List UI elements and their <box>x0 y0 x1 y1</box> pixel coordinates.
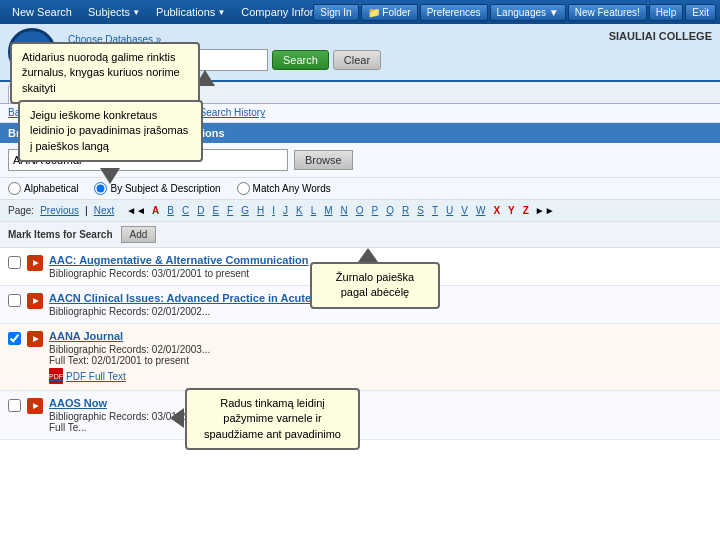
alpha-S[interactable]: S <box>415 204 426 217</box>
match-any-radio[interactable] <box>237 182 250 195</box>
alpha-P[interactable]: P <box>370 204 381 217</box>
result-3-fulltext: Full Text: 02/01/2001 to present <box>49 355 712 366</box>
help-button[interactable]: Help <box>649 4 684 21</box>
match-any-radio-label[interactable]: Match Any Words <box>237 182 331 195</box>
result-3-icon: ▶ <box>27 331 43 347</box>
nav-subjects-label: Subjects <box>88 6 130 18</box>
alpha-Y[interactable]: Y <box>506 204 517 217</box>
tooltip-4: Radus tinkamą leidinį pažymime varnele i… <box>185 388 360 450</box>
nav-publications-label: Publications <box>156 6 215 18</box>
alpha-J[interactable]: J <box>281 204 290 217</box>
result-3-content: AANA Journal Bibliographic Records: 02/0… <box>49 330 712 384</box>
add-button[interactable]: Add <box>121 226 157 243</box>
alpha-D[interactable]: D <box>195 204 206 217</box>
alphabetical-radio-label[interactable]: Alphabetical <box>8 182 78 195</box>
result-4-title[interactable]: AAOS Now <box>49 397 712 409</box>
result-1-icon: ▶ <box>27 255 43 271</box>
alpha-F[interactable]: F <box>225 204 235 217</box>
table-row: ▶ AAOS Now Bibliographic Records: 03/01/… <box>0 391 720 440</box>
pdf-label: PDF Full Text <box>66 371 126 382</box>
alphabet-start-icon: ◄◄ <box>126 205 146 216</box>
table-row: ▶ AANA Journal Bibliographic Records: 02… <box>0 324 720 391</box>
alpha-K[interactable]: K <box>294 204 305 217</box>
new-features-button[interactable]: New Features! <box>568 4 647 21</box>
alpha-W[interactable]: W <box>474 204 487 217</box>
pdf-link[interactable]: PDF PDF Full Text <box>49 368 712 384</box>
result-2-checkbox[interactable] <box>8 294 21 307</box>
preferences-button[interactable]: Preferences <box>420 4 488 21</box>
tooltip-2-arrow <box>100 168 120 184</box>
previous-page-link[interactable]: Previous <box>38 204 81 217</box>
tooltip-2-text: Jeigu ieškome konkretaus leidinio jo pav… <box>30 109 188 152</box>
result-4-meta: Bibliographic Records: 03/01/2010 to pre… <box>49 411 712 422</box>
alpha-N[interactable]: N <box>339 204 350 217</box>
alpha-G[interactable]: G <box>239 204 251 217</box>
alpha-A[interactable]: A <box>150 204 161 217</box>
tooltip-1-text: Atidarius nuorodą galime rinktis žurnalu… <box>22 51 180 94</box>
subjects-dropdown-icon: ▼ <box>132 8 140 17</box>
alpha-R[interactable]: R <box>400 204 411 217</box>
alphabetical-label: Alphabetical <box>24 183 78 194</box>
folder-button[interactable]: 📁 Folder <box>361 4 418 21</box>
mark-items-label: Mark Items for Search <box>8 229 113 240</box>
match-any-label: Match Any Words <box>253 183 331 194</box>
top-right-buttons: Sign In 📁 Folder Preferences Languages ▼… <box>313 4 716 21</box>
result-2-icon: ▶ <box>27 293 43 309</box>
result-3-checkbox[interactable] <box>8 332 21 345</box>
clear-button[interactable]: Clear <box>333 50 381 70</box>
alpha-L[interactable]: L <box>309 204 319 217</box>
alpha-T[interactable]: T <box>430 204 440 217</box>
alpha-M[interactable]: M <box>322 204 334 217</box>
nav-subjects[interactable]: Subjects ▼ <box>80 4 148 20</box>
result-4-fulltext: Full Te... <box>49 422 712 433</box>
result-3-meta: Bibliographic Records: 02/01/2003... <box>49 344 712 355</box>
top-navigation: New Search Subjects ▼ Publications ▼ Com… <box>0 0 720 24</box>
result-3-title[interactable]: AANA Journal <box>49 330 712 342</box>
result-4-icon: ▶ <box>27 398 43 414</box>
tooltip-1: Atidarius nuorodą galime rinktis žurnalu… <box>10 42 200 104</box>
tooltip-3-arrow <box>358 248 378 262</box>
alpha-B[interactable]: B <box>165 204 176 217</box>
browse-button[interactable]: Browse <box>294 150 353 170</box>
tooltip-4-arrow <box>170 408 184 428</box>
alphabet-end-icon: ►► <box>535 205 555 216</box>
mark-items-bar: Mark Items for Search Add <box>0 222 720 248</box>
alpha-X[interactable]: X <box>491 204 502 217</box>
languages-button[interactable]: Languages ▼ <box>490 4 566 21</box>
tooltip-3: Žurnalo paieška pagal abėcėlę <box>310 262 440 309</box>
alpha-V[interactable]: V <box>459 204 470 217</box>
alpha-Q[interactable]: Q <box>384 204 396 217</box>
next-page-link[interactable]: Next <box>92 204 117 217</box>
sign-in-button[interactable]: Sign In <box>313 4 358 21</box>
tooltip-4-text: Radus tinkamą leidinį pažymime varnele i… <box>204 397 341 440</box>
result-4-content: AAOS Now Bibliographic Records: 03/01/20… <box>49 397 712 433</box>
pdf-icon: PDF <box>49 368 63 384</box>
page-label: Page: <box>8 205 34 216</box>
nav-publications[interactable]: Publications ▼ <box>148 4 233 20</box>
tooltip-2: Jeigu ieškome konkretaus leidinio jo pav… <box>18 100 203 162</box>
result-4-checkbox[interactable] <box>8 399 21 412</box>
tooltip-3-text: Žurnalo paieška pagal abėcėlę <box>336 271 414 298</box>
alpha-I[interactable]: I <box>270 204 277 217</box>
alphabetical-radio[interactable] <box>8 182 21 195</box>
nav-new-search[interactable]: New Search <box>4 4 80 20</box>
search-history-link[interactable]: Search History <box>200 107 266 119</box>
alphabet-navigation: Page: Previous | Next ◄◄ A B C D E F G H… <box>0 200 720 222</box>
exit-button[interactable]: Exit <box>685 4 716 21</box>
alpha-U[interactable]: U <box>444 204 455 217</box>
alpha-Z[interactable]: Z <box>521 204 531 217</box>
alpha-E[interactable]: E <box>210 204 221 217</box>
nav-new-search-label: New Search <box>12 6 72 18</box>
alpha-C[interactable]: C <box>180 204 191 217</box>
alpha-H[interactable]: H <box>255 204 266 217</box>
by-subject-label: By Subject & Description <box>110 183 220 194</box>
result-1-checkbox[interactable] <box>8 256 21 269</box>
search-button[interactable]: Search <box>272 50 329 70</box>
publications-dropdown-icon: ▼ <box>217 8 225 17</box>
college-name: SIAULIAI COLLEGE <box>609 30 712 42</box>
alpha-O[interactable]: O <box>354 204 366 217</box>
